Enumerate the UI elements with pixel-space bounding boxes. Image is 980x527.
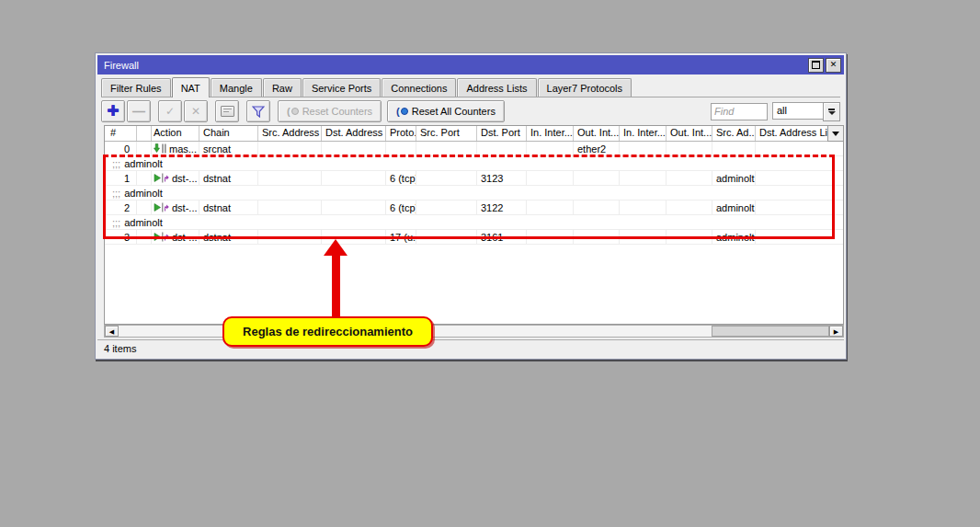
column-header-chain[interactable]: Chain — [199, 126, 258, 141]
dst-nat-icon — [154, 232, 169, 242]
cell-src_port — [416, 142, 477, 155]
cell-in_interface_2 — [620, 142, 667, 155]
column-header-in_interface_2[interactable]: In. Inter... — [620, 126, 667, 141]
tab-nat[interactable]: NAT — [172, 77, 210, 97]
tab-connections[interactable]: Connections — [382, 78, 456, 97]
cell-dst_port: 3122 — [477, 200, 527, 214]
column-header-dst_port[interactable]: Dst. Port — [477, 126, 527, 141]
cell-protocol: 6 (tcp) — [386, 200, 416, 214]
tab-layer7-protocols[interactable]: Layer7 Protocols — [538, 78, 632, 97]
table-row[interactable]: 1dst-...dstnat6 (tcp)3123adminolt — [105, 171, 843, 186]
comment-row[interactable]: ;;;adminolt — [105, 215, 843, 230]
cell-dst_port: 3161 — [477, 230, 527, 244]
cell-in_interface_2 — [620, 230, 667, 244]
comment-icon — [221, 106, 234, 117]
column-header-flags[interactable] — [137, 126, 152, 141]
cell-out_interface — [574, 230, 620, 244]
tab-service-ports[interactable]: Service Ports — [302, 78, 381, 97]
comment-prefix: ;;; — [112, 217, 120, 228]
reset-all-counters-button[interactable]: ( Reset All Counters — [387, 100, 505, 122]
dropdown-arrow-icon — [828, 111, 836, 115]
cell-action: mas... — [152, 142, 199, 155]
column-header-src_port[interactable]: Src. Port — [416, 126, 477, 141]
tab-mangle[interactable]: Mangle — [211, 78, 262, 97]
column-header-protocol[interactable]: Proto... — [386, 126, 416, 141]
enable-rule-button[interactable]: ✓ — [158, 100, 182, 122]
dropdown-bar-icon — [828, 109, 835, 110]
table-row[interactable]: 3dst-...dstnat17 (u...3161adminolt — [105, 230, 843, 245]
column-select-button[interactable] — [827, 126, 843, 142]
cell-dst_address — [322, 142, 386, 155]
cell-out_interface_2 — [667, 230, 712, 244]
reset-counters-button[interactable]: ( Reset Counters — [278, 100, 382, 122]
cell-dst_address — [322, 200, 386, 214]
comment-row[interactable]: ;;;adminolt — [105, 186, 843, 200]
tab-raw[interactable]: Raw — [263, 78, 302, 97]
scope-dropdown-button[interactable] — [823, 102, 840, 121]
comment-button[interactable] — [215, 100, 239, 122]
column-header-action[interactable]: Action — [152, 126, 199, 141]
titlebar[interactable]: Firewall ✕ — [97, 55, 844, 74]
cell-flags — [137, 171, 152, 185]
maximize-button[interactable] — [808, 58, 824, 73]
cell-flags — [137, 142, 152, 155]
cross-icon: ✕ — [191, 106, 200, 117]
cell-src_address — [258, 142, 322, 155]
cell-protocol: 6 (tcp) — [386, 171, 416, 185]
column-header-num[interactable]: # — [105, 126, 137, 141]
tab-filter-rules[interactable]: Filter Rules — [101, 78, 171, 97]
column-header-src_address[interactable]: Src. Address — [258, 126, 322, 141]
column-header-in_interface[interactable]: In. Inter... — [527, 126, 574, 141]
cell-chain: dstnat — [199, 230, 258, 244]
scroll-right-button[interactable]: ▶ — [829, 326, 843, 337]
tabstrip: Filter Rules NAT Mangle Raw Service Port… — [101, 77, 840, 97]
cell-out_interface_2 — [667, 142, 712, 155]
tab-address-lists[interactable]: Address Lists — [457, 78, 536, 97]
comment-row[interactable]: ;;;adminolt — [105, 156, 843, 171]
cell-out_interface_2 — [667, 171, 712, 185]
column-header-dst_address[interactable]: Dst. Address — [322, 126, 386, 141]
cell-out_interface: ether2 — [574, 142, 620, 155]
cell-out_interface_2 — [667, 200, 712, 214]
toolbar: ✚ — ✓ ✕ ( Reset Counters ( Reset All Cou… — [101, 99, 840, 123]
cell-in_interface_2 — [620, 200, 667, 214]
cell-src_address — [258, 200, 322, 214]
remove-rule-button[interactable]: — — [127, 100, 151, 122]
close-button[interactable]: ✕ — [826, 58, 841, 73]
scrollbar-thumb[interactable] — [712, 326, 829, 337]
column-header-out_interface[interactable]: Out. Int... — [574, 126, 620, 141]
cell-dst_address_list — [756, 142, 835, 155]
scroll-left-button[interactable]: ◀ — [105, 326, 119, 337]
cell-dst_address_list — [756, 200, 835, 214]
filter-scope-combobox[interactable]: all — [772, 102, 840, 121]
cell-num: 2 — [105, 200, 137, 214]
cell-num: 1 — [105, 171, 137, 185]
reset-all-counters-icon: ( — [396, 107, 408, 117]
column-header-dst_address_list[interactable]: Dst. Address Lis — [756, 126, 835, 141]
cell-src_address — [258, 230, 322, 244]
cell-protocol — [386, 142, 416, 155]
annotation-arrow-head-icon — [324, 239, 348, 256]
check-icon: ✓ — [165, 106, 175, 117]
column-header-out_interface_2[interactable]: Out. Int... — [667, 126, 712, 141]
add-rule-button[interactable]: ✚ — [101, 100, 125, 122]
cell-src_address_list — [712, 142, 756, 155]
cell-dst_port — [477, 142, 527, 155]
find-input[interactable] — [711, 103, 768, 120]
cell-dst_address_list — [756, 230, 835, 244]
cell-action: dst-... — [152, 230, 199, 244]
firewall-window: Firewall ✕ Filter Rules NAT Mangle Raw S… — [95, 52, 847, 360]
table-row[interactable]: 2dst-...dstnat6 (tcp)3122adminolt — [105, 200, 843, 215]
cell-src_address_list: adminolt — [712, 230, 756, 244]
cell-src_address_list: adminolt — [712, 200, 756, 214]
horizontal-scrollbar[interactable]: ◀ ▶ — [104, 325, 844, 338]
filter-button[interactable] — [246, 100, 270, 122]
column-header-src_address_list[interactable]: Src. Ad... — [712, 126, 756, 141]
nat-rules-table: #ActionChainSrc. AddressDst. AddressProt… — [104, 125, 844, 325]
filter-scope-value: all — [772, 102, 823, 120]
disable-rule-button[interactable]: ✕ — [184, 100, 208, 122]
annotation-callout: Reglas de redireccionamiento — [222, 316, 433, 347]
table-row[interactable]: 0mas...srcnatether2 — [105, 142, 843, 156]
cell-in_interface — [527, 200, 574, 214]
reset-counters-icon: ( — [287, 107, 299, 117]
